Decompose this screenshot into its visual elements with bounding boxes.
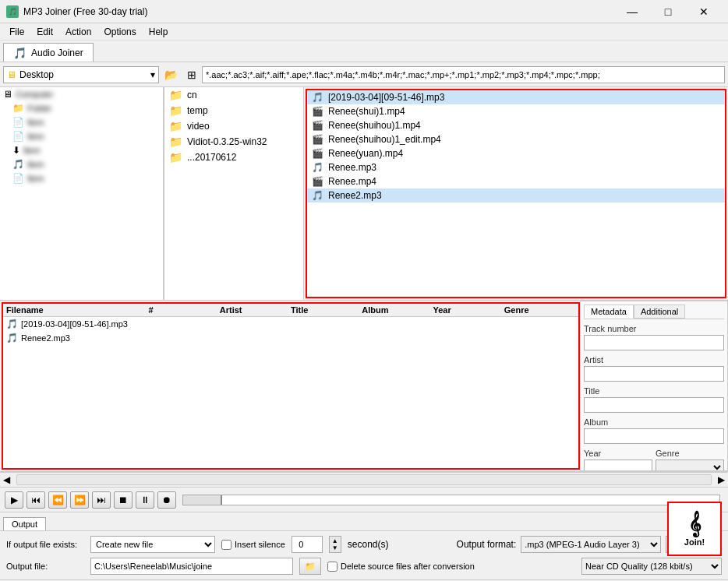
tree-label: Folder (27, 104, 51, 113)
tree-item-6[interactable]: 📄 Item (0, 171, 163, 185)
folder-cn[interactable]: 📁 cn (164, 87, 303, 103)
silence-spinner[interactable]: ▲ ▼ (329, 536, 341, 553)
tab-label: Audio Joiner (31, 48, 83, 58)
genre-select[interactable] (656, 460, 724, 471)
mp3-icon: 🎵 (312, 162, 323, 173)
file-item-5[interactable]: 🎵 Renee.mp3 (307, 160, 725, 174)
tree-item-4[interactable]: ⬇ Item (0, 143, 163, 157)
file-item-3[interactable]: 🎬 Renee(shuihou)1_edit.mp4 (307, 132, 725, 146)
folder-name: temp (187, 105, 208, 116)
tab-output[interactable]: Output (3, 517, 46, 530)
file-name: Renee.mp4 (328, 176, 376, 187)
folder-icon: 📄 (12, 117, 24, 128)
title-input[interactable] (584, 397, 724, 413)
queue-row-0[interactable]: 🎵 [2019-03-04][09-51-46].mp3 (3, 317, 578, 331)
mp4-icon: 🎬 (312, 106, 323, 117)
tree-item-5[interactable]: 🎵 Item (0, 157, 163, 171)
playback-progress[interactable] (182, 495, 720, 505)
queue-row-1[interactable]: 🎵 Renee2.mp3 (3, 331, 578, 345)
record-button[interactable]: ⏺ (157, 491, 176, 509)
tab-audio-joiner[interactable]: 🎵 Audio Joiner (3, 43, 94, 62)
mp4-icon: 🎬 (312, 134, 323, 145)
file-item-4[interactable]: 🎬 Renee(yuan).mp4 (307, 146, 725, 160)
menu-action[interactable]: Action (59, 25, 97, 39)
tree-label: Item (27, 132, 44, 141)
col-artist: Artist (220, 305, 291, 315)
menu-help[interactable]: Help (143, 25, 175, 39)
file-item-1[interactable]: 🎬 Renee(shui)1.mp4 (307, 104, 725, 118)
silence-value-input[interactable] (292, 536, 323, 553)
play-button[interactable]: ▶ (5, 491, 23, 509)
tree-item-computer[interactable]: 🖥 Computer (0, 87, 163, 101)
scroll-right-arrow[interactable]: ▶ (715, 474, 728, 485)
maximize-button[interactable]: □ (650, 0, 686, 23)
horizontal-scrollbar[interactable] (16, 474, 712, 485)
year-input[interactable] (584, 460, 652, 471)
mp4-icon: 🎬 (312, 176, 323, 187)
album-input[interactable] (584, 428, 724, 444)
join-label: Join! (684, 537, 705, 547)
title-bar: 🎵 MP3 Joiner (Free 30-day trial) — □ ✕ (0, 0, 728, 23)
delete-source-label: Delete source files after conversion (327, 562, 475, 572)
format-select[interactable]: .mp3 (MPEG-1 Audio Layer 3) (521, 536, 661, 553)
artist-label: Artist (584, 355, 724, 364)
pause-button[interactable]: ⏸ (136, 491, 154, 509)
meta-year-field: Year (584, 449, 652, 471)
if-exists-select[interactable]: Create new file (90, 536, 215, 553)
folder-video[interactable]: 📁 video (164, 118, 303, 134)
file-item-2[interactable]: 🎬 Renee(shuihou)1.mp4 (307, 118, 725, 132)
tab-icon: 🎵 (13, 47, 27, 59)
tab-metadata[interactable]: Metadata (584, 305, 634, 319)
meta-tabs: Metadata Additional (584, 305, 724, 319)
browse-output-button[interactable]: 📁 (299, 558, 321, 575)
tab-additional[interactable]: Additional (634, 305, 685, 319)
output-file-input[interactable] (90, 558, 293, 575)
rewind-button[interactable]: ⏪ (48, 491, 67, 509)
fast-forward-button[interactable]: ⏩ (70, 491, 89, 509)
folder-icon: 📄 (12, 173, 24, 184)
tree-label: Item (27, 174, 44, 183)
folder-icon: 📁 (169, 136, 182, 148)
mp4-icon: 🎬 (312, 148, 323, 159)
artist-input[interactable] (584, 366, 724, 382)
view-toggle-button[interactable]: ⊞ (183, 66, 200, 83)
meta-track-field: Track number (584, 324, 724, 350)
folder-icon: 📁 (169, 151, 182, 164)
minimize-button[interactable]: — (614, 0, 650, 23)
scroll-left-arrow[interactable]: ◀ (0, 474, 13, 485)
next-button[interactable]: ⏭ (92, 491, 111, 509)
meta-year-genre-row: Year Genre (584, 449, 724, 471)
menu-options[interactable]: Options (97, 25, 142, 39)
folder-date[interactable]: 📁 ...20170612 (164, 150, 303, 165)
join-button[interactable]: 𝄞 Join! (667, 502, 722, 556)
menu-file[interactable]: File (3, 25, 30, 39)
tree-item-2[interactable]: 📄 Item (0, 115, 163, 129)
file-item-0[interactable]: 🎵 [2019-03-04][09-51-46].mp3 (307, 90, 725, 104)
title-bar-text: MP3 Joiner (Free 30-day trial) (23, 6, 147, 17)
file-tree: 🖥 Computer 📁 Folder 📄 Item 📄 Item ⬇ Item… (0, 87, 164, 300)
prev-button[interactable]: ⏮ (27, 491, 45, 509)
stop-button[interactable]: ⏹ (114, 491, 133, 509)
quality-select[interactable]: Near CD Quality (128 kbit/s) (581, 558, 722, 575)
track-input[interactable] (584, 335, 724, 350)
insert-silence-checkbox[interactable] (221, 540, 231, 550)
menu-edit[interactable]: Edit (30, 25, 59, 39)
folder-vidiot[interactable]: 📁 Vidiot-0.3.25-win32 (164, 134, 303, 150)
file-item-7[interactable]: 🎵 Renee2.mp3 (307, 188, 725, 202)
file-name: [2019-03-04][09-51-46].mp3 (328, 92, 444, 103)
file-name: Renee2.mp3 (328, 190, 382, 201)
title-bar-left: 🎵 MP3 Joiner (Free 30-day trial) (6, 5, 147, 18)
tree-item-3[interactable]: 📄 Item (0, 129, 163, 143)
folder-temp[interactable]: 📁 temp (164, 103, 303, 118)
output-row-2: Output file: 📁 Delete source files after… (6, 558, 722, 575)
meta-title-field: Title (584, 386, 724, 413)
file-item-6[interactable]: 🎬 Renee.mp4 (307, 174, 725, 188)
file-name: Renee(yuan).mp4 (328, 148, 403, 159)
col-album: Album (362, 305, 433, 315)
folder-icon: 📁 (169, 89, 182, 101)
folder-combo[interactable]: 🖥 Desktop ▾ (3, 66, 159, 83)
tree-item-1[interactable]: 📁 Folder (0, 101, 163, 115)
close-button[interactable]: ✕ (686, 0, 722, 23)
navigate-up-button[interactable]: 📂 (161, 66, 182, 83)
delete-source-checkbox[interactable] (327, 562, 337, 572)
